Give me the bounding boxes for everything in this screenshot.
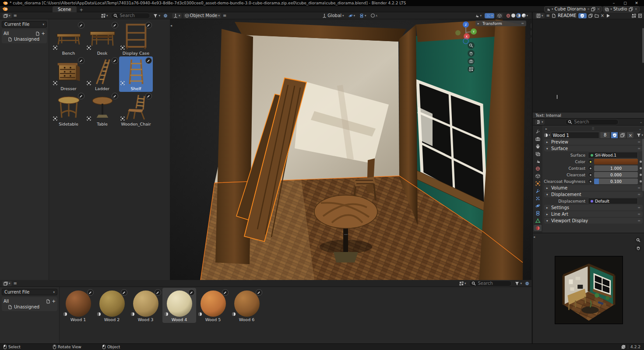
tab-tool[interactable] bbox=[534, 128, 542, 134]
asset-item[interactable]: Sidetable bbox=[52, 92, 85, 127]
remove-layer-icon[interactable]: × bbox=[634, 7, 638, 11]
tab-particles[interactable] bbox=[534, 195, 542, 201]
editor-type-button[interactable]: ▾ bbox=[535, 13, 545, 18]
shading-wireframe-icon[interactable] bbox=[506, 14, 510, 18]
run-script-icon[interactable] bbox=[606, 14, 610, 18]
edit-asset-badge[interactable] bbox=[145, 22, 152, 28]
filter-button[interactable]: ▾ bbox=[152, 13, 162, 18]
asset-source-select[interactable]: Current File▾ bbox=[2, 21, 47, 28]
material-asset-item[interactable]: Wood 3 bbox=[129, 288, 162, 323]
menu-toggle-icon[interactable]: ≡ bbox=[14, 281, 17, 286]
asset-item[interactable]: Display Case bbox=[119, 21, 153, 56]
tab-object[interactable] bbox=[534, 180, 542, 186]
catalog-unassigned[interactable]: Unassigned bbox=[4, 36, 45, 42]
tab-collection[interactable] bbox=[534, 173, 542, 179]
asset-item[interactable]: Table bbox=[85, 92, 119, 127]
material-sphere-icon[interactable] bbox=[544, 133, 548, 137]
edit-asset-badge[interactable] bbox=[188, 289, 195, 296]
blender-menu-icon[interactable] bbox=[2, 7, 8, 11]
tab-constraints[interactable] bbox=[534, 210, 542, 216]
new-scene-icon[interactable] bbox=[591, 7, 595, 11]
edit-asset-badge[interactable] bbox=[145, 93, 152, 99]
surface-shader-select[interactable]: SH-Wood.1 bbox=[588, 152, 638, 158]
pivot-point-select[interactable]: ▾ bbox=[347, 13, 357, 18]
editor-type-button[interactable]: ▾ bbox=[2, 13, 12, 18]
zoom-view-button[interactable] bbox=[468, 42, 475, 49]
add-catalog-button[interactable]: + bbox=[42, 31, 45, 36]
edit-asset-badge[interactable] bbox=[155, 289, 161, 296]
add-workspace-button[interactable]: + bbox=[77, 7, 86, 12]
camera-view-button[interactable] bbox=[468, 58, 475, 65]
animate-dot[interactable] bbox=[640, 180, 642, 182]
material-asset-item[interactable]: Wood 1 bbox=[61, 288, 95, 323]
transform-panel-header[interactable]: ▸Transform ≡ bbox=[475, 21, 526, 26]
view-layer-selector[interactable]: ▾ Studio × bbox=[603, 6, 640, 12]
pan-view-button[interactable] bbox=[468, 50, 475, 57]
material-asset-item[interactable]: Wood 5 bbox=[196, 288, 230, 323]
text-scrollbar[interactable] bbox=[642, 28, 644, 63]
unlink-material-button[interactable]: × bbox=[626, 132, 634, 139]
show-gizmo-toggle[interactable]: ▾ bbox=[473, 13, 483, 18]
navigation-gizmo[interactable]: Z Y X bbox=[454, 20, 478, 45]
maximize-button[interactable]: ◻ bbox=[620, 1, 630, 5]
material-slots-strip[interactable]: ▸⠿⌄ bbox=[544, 126, 643, 131]
duplicate-text-icon[interactable] bbox=[588, 14, 593, 18]
line-numbers-icon[interactable] bbox=[638, 14, 642, 18]
sidebar-tab[interactable] bbox=[530, 37, 531, 43]
asset-item[interactable]: Wooden_Chair bbox=[119, 92, 153, 127]
tab-data[interactable] bbox=[534, 217, 542, 224]
close-button[interactable]: ✕ bbox=[632, 1, 641, 5]
asset-search-field[interactable]: Search bbox=[111, 13, 150, 19]
menu-item[interactable] bbox=[11, 6, 17, 12]
scene-selector[interactable]: ▾ Cube Diorama ⌖ × bbox=[544, 6, 602, 12]
menu-toggle-icon[interactable]: ≡ bbox=[223, 13, 226, 18]
duplicate-material-button[interactable] bbox=[619, 132, 626, 139]
fake-user-toggle[interactable] bbox=[611, 132, 618, 139]
unlink-text-icon[interactable]: × bbox=[601, 13, 604, 18]
tab-output[interactable] bbox=[534, 143, 542, 149]
tab-world[interactable] bbox=[534, 165, 542, 172]
shading-material-icon[interactable] bbox=[516, 13, 521, 18]
editor-type-button[interactable]: ▾ bbox=[172, 13, 182, 18]
shading-rendered-icon[interactable] bbox=[522, 14, 526, 18]
xray-toggle[interactable] bbox=[496, 13, 503, 18]
filter-button[interactable]: ▾ bbox=[514, 281, 523, 286]
material-name-field[interactable]: Wood 1 bbox=[551, 132, 600, 139]
edit-asset-badge[interactable] bbox=[222, 289, 229, 296]
edit-asset-badge[interactable] bbox=[78, 22, 84, 28]
contrast-slider[interactable]: 1.000 bbox=[594, 165, 638, 171]
panel-viewport-display[interactable]: ▾Viewport Display≡ bbox=[544, 218, 643, 224]
panel-line-art[interactable]: ▸Line Art≡ bbox=[544, 211, 643, 217]
edit-asset-badge[interactable] bbox=[112, 93, 118, 99]
pan-image-button[interactable] bbox=[635, 245, 642, 252]
clearcoat-input-socket[interactable] bbox=[588, 172, 593, 177]
display-mode-button[interactable]: ▾ bbox=[458, 281, 468, 286]
menu-item[interactable] bbox=[17, 6, 23, 12]
animate-dot[interactable] bbox=[640, 167, 642, 169]
catalog-all[interactable]: All + bbox=[4, 31, 45, 36]
catalog-all[interactable]: All + bbox=[4, 298, 56, 304]
shading-solid-icon[interactable] bbox=[511, 14, 515, 18]
properties-scrollbar[interactable] bbox=[642, 139, 644, 191]
menu-item[interactable] bbox=[29, 6, 35, 12]
users-count-button[interactable]: 8 bbox=[600, 132, 610, 139]
contrast-input-socket[interactable] bbox=[588, 166, 593, 171]
edit-asset-badge[interactable] bbox=[78, 57, 84, 64]
asset-item[interactable]: Desk bbox=[85, 21, 119, 56]
color-input-socket[interactable] bbox=[588, 159, 593, 164]
ortho-toggle-button[interactable] bbox=[468, 66, 475, 73]
menu-item[interactable] bbox=[23, 6, 29, 12]
viewport-canvas[interactable]: ▸Transform ≡ Z Y X ◂ bbox=[170, 19, 531, 280]
header-options-chevron[interactable]: ⌄ bbox=[640, 120, 642, 124]
text-datablock-name[interactable]: README bbox=[558, 13, 577, 18]
clearcoat-roughness-input-socket[interactable] bbox=[588, 179, 593, 184]
panel-preview[interactable]: ▸Preview≡ bbox=[544, 139, 643, 145]
material-asset-item[interactable]: Wood 2 bbox=[95, 288, 129, 323]
clearcoat-roughness-slider[interactable]: 0.100 bbox=[594, 178, 638, 184]
new-layer-icon[interactable] bbox=[629, 7, 633, 11]
asset-source-select[interactable]: Current File▾ bbox=[2, 289, 57, 295]
edit-asset-badge[interactable] bbox=[87, 289, 94, 296]
edit-asset-badge[interactable] bbox=[112, 57, 118, 64]
tab-material[interactable] bbox=[534, 225, 542, 231]
proportional-edit-toggle[interactable]: ∧ bbox=[370, 13, 379, 18]
